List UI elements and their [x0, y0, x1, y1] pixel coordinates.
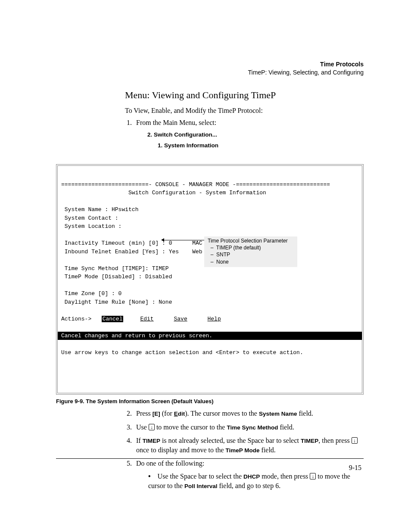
- terminal-screenshot: ==========================- CONSOLE - MA…: [56, 164, 364, 395]
- menu-path-2: 1. System Information: [158, 140, 364, 151]
- callout-title: Time Protocol Selection Parameter: [208, 238, 288, 244]
- term-actions: Actions-> Cancel Edit Save Help: [61, 316, 221, 322]
- term-status: Cancel changes and return to previous sc…: [58, 332, 362, 340]
- term-syscontact: System Contact :: [61, 215, 118, 221]
- page-number: 9-15: [349, 464, 361, 472]
- callout-line: [163, 240, 204, 240]
- action-help: Help: [208, 316, 221, 322]
- term-syslocation: System Location :: [61, 223, 121, 230]
- page-header: Time Protocols TimeP: Viewing, Selecting…: [56, 60, 364, 77]
- step-3: Use ↓ to move the cursor to the Time Syn…: [134, 423, 364, 432]
- callout-box: Time Protocol Selection Parameter – TIME…: [204, 236, 297, 267]
- header-subtitle: TimeP: Viewing, Selecting, and Configuri…: [248, 69, 364, 76]
- action-edit: Edit: [140, 316, 153, 322]
- action-save: Save: [174, 316, 187, 322]
- down-arrow-key-icon: ↓: [149, 424, 155, 430]
- figure-caption: Figure 9-9. The System Information Scree…: [56, 398, 364, 404]
- term-timesync: Time Sync Method [TIMEP]: TIMEP: [61, 265, 169, 272]
- step-2: Press [E] (for Edit). The cursor moves t…: [134, 409, 364, 418]
- action-cancel: Cancel: [102, 316, 124, 322]
- section-intro: To View, Enable, and Modify the TimeP Pr…: [125, 107, 364, 115]
- term-hint: Use arrow keys to change action selectio…: [61, 349, 303, 356]
- down-arrow-key-icon: ↓: [352, 437, 358, 444]
- term-banner: ==========================- CONSOLE - MA…: [61, 181, 330, 188]
- term-daylight: Daylight Time Rule [None] : None: [61, 299, 172, 305]
- term-timezone: Time Zone [0] : 0: [61, 290, 121, 297]
- down-arrow-key-icon: ↓: [310, 473, 316, 479]
- term-timepmode: TimeP Mode [Disabled] : Disabled: [61, 274, 172, 280]
- step-5-bullet: Use the Space bar to select the DHCP mod…: [148, 472, 364, 490]
- term-sysname: System Name : HPswitch: [61, 206, 138, 213]
- menu-path-1: 2. Switch Configuration...: [147, 131, 217, 138]
- header-title: Time Protocols: [320, 61, 364, 68]
- step-4: If TIMEP is not already selected, use th…: [134, 436, 364, 454]
- step-5: Do one of the following: Use the Space b…: [134, 459, 364, 490]
- footer-rule: [56, 458, 364, 459]
- step-1: From the Main Menu, select: 2. Switch Co…: [134, 119, 364, 151]
- term-subtitle: Switch Configuration - System Informatio…: [61, 190, 266, 196]
- section-title: Menu: Viewing and Configuring TimeP: [125, 90, 364, 101]
